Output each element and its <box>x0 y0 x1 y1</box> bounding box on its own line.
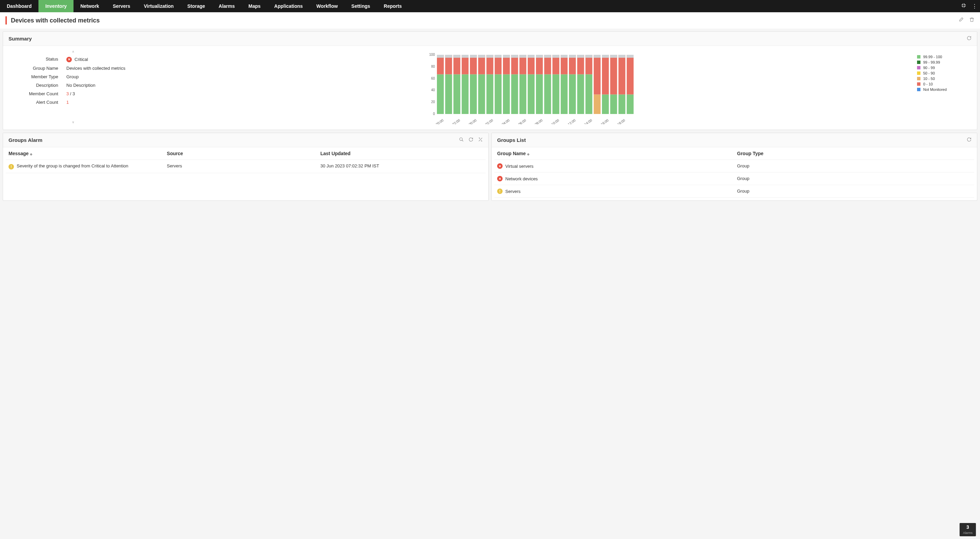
svg-rect-45 <box>544 74 551 114</box>
chevron-up-icon[interactable]: ▲ <box>72 49 75 53</box>
nav-tab-settings[interactable]: Settings <box>345 0 377 12</box>
nav-tab-maps[interactable]: Maps <box>242 0 267 12</box>
legend-item[interactable]: 10 - 50 <box>917 76 972 81</box>
svg-rect-35 <box>511 55 518 58</box>
svg-rect-50 <box>553 55 559 58</box>
nav-tab-inventory[interactable]: Inventory <box>38 0 73 12</box>
svg-rect-74 <box>619 55 625 58</box>
table-row[interactable]: ✕Virtual serversGroup <box>495 160 974 173</box>
nav-tab-storage[interactable]: Storage <box>180 0 212 12</box>
legend-item[interactable]: 0 - 10 <box>917 81 972 87</box>
alarm-source: Servers <box>164 160 318 173</box>
svg-rect-29 <box>495 55 501 58</box>
svg-rect-65 <box>594 55 601 58</box>
nav-tab-applications[interactable]: Applications <box>267 0 310 12</box>
svg-text:22:00: 22:00 <box>452 118 461 124</box>
delete-icon[interactable] <box>969 17 975 24</box>
nav-tab-alarms[interactable]: Alarms <box>212 0 242 12</box>
svg-text:100: 100 <box>429 53 435 56</box>
legend-item[interactable]: 90 - 99 <box>917 65 972 70</box>
legend-item[interactable]: 50 - 90 <box>917 70 972 76</box>
top-nav: DashboardInventoryNetworkServersVirtuali… <box>0 0 980 12</box>
svg-rect-48 <box>553 74 559 114</box>
group-name: Virtual servers <box>505 164 533 169</box>
svg-rect-14 <box>453 55 460 58</box>
chart-legend: 99.99 - 10099 - 99.9990 - 9950 - 9010 - … <box>917 53 972 124</box>
legend-item[interactable]: 99 - 99.99 <box>917 60 972 65</box>
svg-text:06:00: 06:00 <box>517 118 527 124</box>
col-last-updated[interactable]: Last Updated <box>318 147 485 160</box>
svg-rect-51 <box>561 74 568 114</box>
svg-rect-56 <box>569 55 576 58</box>
svg-rect-66 <box>602 95 609 114</box>
nav-tab-virtualization[interactable]: Virtualization <box>137 0 181 12</box>
refresh-icon[interactable] <box>967 36 972 41</box>
svg-rect-6 <box>437 74 444 114</box>
svg-text:0: 0 <box>433 112 435 116</box>
svg-rect-24 <box>487 74 493 114</box>
sort-icon[interactable]: ◆ <box>30 153 32 156</box>
svg-rect-21 <box>478 74 485 114</box>
group-name: Network devices <box>505 176 538 181</box>
chevron-down-icon[interactable]: ▼ <box>72 121 75 124</box>
table-row[interactable]: !Severity of the group is changed from C… <box>6 160 485 173</box>
member-type-label: Member Type <box>8 74 66 79</box>
page-title: Devices with collected metrics <box>11 17 953 24</box>
groups-list-title: Groups List <box>497 137 962 143</box>
edit-icon[interactable] <box>958 17 964 24</box>
group-name: Servers <box>505 189 520 194</box>
critical-icon: ✕ <box>66 57 72 62</box>
expand-icon[interactable] <box>478 137 483 143</box>
svg-rect-27 <box>495 74 501 114</box>
groups-list-table: Group Name◆ Group Type ✕Virtual serversG… <box>495 147 974 198</box>
svg-text:18:00: 18:00 <box>617 118 626 124</box>
svg-text:40: 40 <box>431 88 435 92</box>
groups-alarm-table: Message◆ Source Last Updated !Severity o… <box>6 147 485 173</box>
svg-text:60: 60 <box>431 76 435 80</box>
svg-text:80: 80 <box>431 65 435 68</box>
svg-text:00:00: 00:00 <box>468 118 477 124</box>
nav-tab-servers[interactable]: Servers <box>106 0 137 12</box>
svg-rect-67 <box>602 55 609 95</box>
nav-tab-dashboard[interactable]: Dashboard <box>0 0 38 12</box>
legend-item[interactable]: 99.99 - 100 <box>917 54 972 60</box>
svg-rect-17 <box>462 55 469 58</box>
svg-rect-42 <box>536 74 543 114</box>
refresh-icon[interactable] <box>469 137 473 143</box>
svg-rect-63 <box>594 95 601 114</box>
nav-tab-network[interactable]: Network <box>73 0 106 12</box>
svg-rect-47 <box>544 55 551 58</box>
page-header: Devices with collected metrics <box>0 12 980 29</box>
svg-rect-20 <box>470 55 477 58</box>
svg-rect-26 <box>487 55 493 58</box>
svg-rect-18 <box>470 74 477 114</box>
refresh-icon[interactable] <box>967 137 972 143</box>
svg-rect-8 <box>437 55 444 58</box>
sort-icon[interactable]: ◆ <box>527 153 530 156</box>
svg-rect-70 <box>610 55 617 95</box>
search-icon[interactable] <box>459 137 464 143</box>
table-row[interactable]: !ServersGroup <box>495 185 974 198</box>
col-source[interactable]: Source <box>164 147 318 160</box>
svg-rect-72 <box>619 95 625 114</box>
table-row[interactable]: ✕Network devicesGroup <box>495 173 974 185</box>
svg-text:14:00: 14:00 <box>584 118 593 124</box>
svg-rect-15 <box>462 74 469 114</box>
nav-tab-workflow[interactable]: Workflow <box>310 0 345 12</box>
col-group-type[interactable]: Group Type <box>734 147 974 160</box>
summary-panel: Summary ▲ Status ✕Critical Group Name De… <box>3 31 977 130</box>
availability-chart: 02040608010020:0022:0000:0002:0004:0006:… <box>151 51 972 124</box>
chart-canvas[interactable]: 02040608010020:0022:0000:0002:0004:0006:… <box>151 53 909 124</box>
collapse-icon[interactable] <box>958 3 969 10</box>
col-message[interactable]: Message <box>8 151 29 156</box>
severity-icon: ✕ <box>497 163 503 169</box>
group-type: Group <box>734 160 974 173</box>
nav-tab-reports[interactable]: Reports <box>377 0 409 12</box>
col-group-name[interactable]: Group Name <box>497 151 526 156</box>
svg-rect-41 <box>528 55 535 58</box>
svg-rect-33 <box>511 74 518 114</box>
svg-rect-36 <box>520 74 527 114</box>
svg-rect-12 <box>453 74 460 114</box>
more-icon[interactable]: ⋮ <box>969 3 980 10</box>
legend-item[interactable]: Not Monitored <box>917 87 972 92</box>
